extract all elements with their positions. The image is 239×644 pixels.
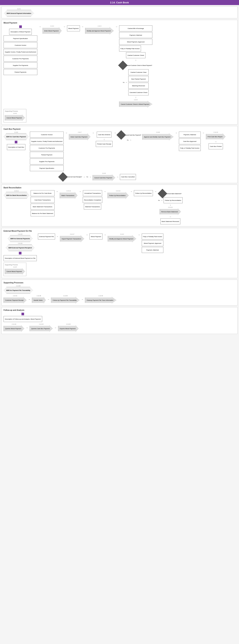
arrow2: → bbox=[63, 26, 66, 28]
ext-modify-approve[interactable]: 2.14.3 Modify and Approve Mixed Payment bbox=[108, 234, 136, 242]
mixed-supporting: Supporting Process 2.14.5 Cancel Mixed P… bbox=[4, 109, 26, 122]
followup-analysis-section: Follow-up and Analysis Description of Fo… bbox=[2, 307, 238, 334]
exports-mixed-payment[interactable]: 2.14.20 Exports Mixed Payment bbox=[58, 324, 78, 332]
follow-up-traceability[interactable]: 2.13.39 Follow-Up Payment File Traceabil… bbox=[51, 295, 80, 304]
cancel-check-label: Cancel Customer Check in Mixed Payment? bbox=[126, 65, 152, 66]
bdr-general: 2.14.1 BDR General Payment Information bbox=[4, 8, 34, 16]
enter-mixed-payment[interactable]: 2.14.2 Enter Mixed Payment bbox=[42, 26, 62, 34]
modify-approve-mixed[interactable]: 2.14.3 Modify and Approve Mixed Payment bbox=[85, 26, 114, 34]
customer-payment-receipt[interactable]: 2.10.31 Customer Payment Receipt bbox=[4, 295, 27, 304]
page-title: 2.14. Cash Book bbox=[0, 0, 239, 5]
cash-box-inputs: Customer Invoice Supplier Invoice, Final… bbox=[30, 132, 64, 171]
bdr-payment-file: 2.13.36 BDR for Payment File Traceabilit… bbox=[4, 285, 33, 294]
arrow3: → bbox=[81, 26, 84, 28]
supporting-processes-section: Supporting Processes 2.13.36 BDR for Pay… bbox=[2, 280, 238, 306]
arrow4: → bbox=[115, 26, 118, 28]
queries-mixed-payment[interactable]: 2.14.18 Queries Mixed Payment bbox=[4, 324, 24, 332]
ext-desc-icon bbox=[19, 252, 22, 254]
cash-box-section: Cash Box Payment 2.14.6 BDR for Cash Box… bbox=[2, 126, 238, 183]
ext-mixed-outputs: Fully or Partially Paid Invoice Mixed Pa… bbox=[142, 234, 164, 253]
ext-mixed-payment: Mixed Payment bbox=[90, 234, 102, 240]
mixed-outputs: Cashed Bill of Exchange Payment, Matched… bbox=[119, 26, 152, 108]
followup-analysis-title: Follow-up and Analysis bbox=[4, 309, 236, 311]
external-mixed-title: External Mixed Payment On File bbox=[4, 230, 236, 232]
cancel-customer-check[interactable]: 2.14.4 Cancel Customer Check in Mixed Pa… bbox=[119, 99, 152, 108]
mixed-payment-section: Mixed Payment Description of Mixed Payme… bbox=[2, 20, 238, 124]
approve-modify-cashbox[interactable]: 2.14.8 Approve and Modify Cash Box Payme… bbox=[142, 132, 174, 140]
cancel-cashbox-diamond bbox=[116, 130, 126, 140]
bdr-ext-recipient: 2.14.16 BDR External Payment Recipient bbox=[4, 243, 37, 251]
ext-cancel-mixed[interactable]: 2.14.5 Cancel Mixed Payment bbox=[5, 266, 25, 275]
cash-box-desc-icon bbox=[15, 141, 17, 143]
cancel-cashbox-label: Cancel Cash Box Payment? bbox=[125, 134, 141, 136]
match-transactions[interactable]: 2.14.12 Match Transactions bbox=[60, 190, 78, 199]
follow-up-recon[interactable]: 2.14.13 Follow Up Reconciliation bbox=[108, 190, 129, 199]
arrow-down-diamond: ↓ bbox=[135, 59, 137, 62]
mixed-payment-title: Mixed Payment bbox=[4, 22, 236, 24]
bank-recon-title: Bank Reconciliation bbox=[4, 187, 236, 189]
cancel-check-diamond bbox=[118, 61, 128, 70]
supporting-processes-title: Supporting Processes bbox=[4, 282, 236, 284]
cash-box-outputs: Payment, Matched Cash Box Approved Fully… bbox=[179, 132, 201, 151]
desc-icon bbox=[19, 26, 22, 28]
handle-notes[interactable]: 2.13.36 Handle Notes bbox=[32, 295, 46, 304]
arrow1: → bbox=[38, 26, 42, 28]
import-payment-transactions[interactable]: 2.14.17 Import Payment Transactions bbox=[60, 234, 84, 242]
remove-bank-stmt-diamond bbox=[158, 189, 167, 198]
bank-recon-inputs: Balance As Per Cash Book Cash Book Trans… bbox=[30, 190, 54, 216]
queries-cashbox-payment[interactable]: 2.14.19 Queries Cash Box Payment bbox=[30, 324, 53, 332]
enter-cash-box[interactable]: 2.14.7 Enter Cash Box Payment bbox=[69, 132, 90, 140]
cancel-all-receipts-diamond bbox=[58, 172, 68, 182]
cancel-cashbox-payment[interactable]: 2.14.9 Cancel Cash Box Payment bbox=[92, 173, 116, 181]
bdr-ext-payments: 2.14.15 BDR for External Payments bbox=[4, 234, 37, 242]
cleanup-trace-info[interactable]: 2.13.40 Cleanup Payment File Trace Infor… bbox=[85, 295, 116, 304]
followup-recon-box: Follow Up Reconciliation bbox=[134, 190, 153, 196]
cash-box-title: Cash Box Payment bbox=[4, 128, 236, 130]
bdr-cash-box: 2.14.6 BDR for Cash Box Payment bbox=[4, 132, 29, 140]
mixed-payment-inputs: Description of Mixed Payment Payment Spe… bbox=[4, 26, 37, 75]
ext-supporting: Supporting Process 2.14.5 Cancel Mixed P… bbox=[4, 263, 26, 276]
external-mixed-section: External Mixed Payment On File 2.14.15 B… bbox=[2, 228, 238, 278]
followup-icon bbox=[22, 313, 24, 315]
cancel-mixed-payment[interactable]: 2.14.5 Cancel Mixed Payment bbox=[5, 113, 25, 121]
print-cashbox-report[interactable]: 2.14.10 Print Cash Box Report bbox=[206, 132, 226, 140]
mixed-payment-box: Mixed Payment bbox=[67, 26, 80, 31]
bdr-bank-recon: 2.14.11 BDR for Bank Reconciliation bbox=[4, 190, 30, 198]
remove-bank-statement[interactable]: 2.14.14 Remove Bank Statement bbox=[160, 207, 181, 215]
bank-recon-section: Bank Reconciliation 2.14.11 BDR for Bank… bbox=[2, 184, 238, 226]
ext-payment-file: External Payment File bbox=[38, 234, 55, 240]
